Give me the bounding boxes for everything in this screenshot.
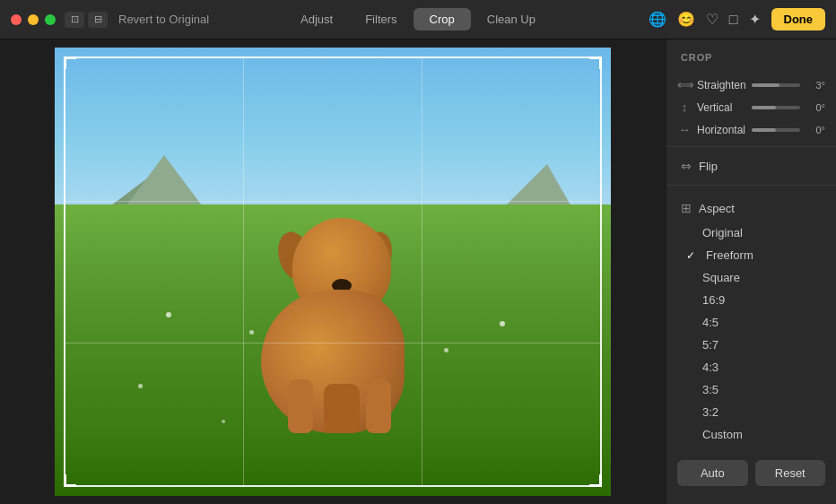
vertical-slider[interactable] bbox=[752, 106, 801, 109]
traffic-lights bbox=[11, 14, 56, 25]
aspect-35-label: 3:5 bbox=[702, 383, 718, 396]
panel-title: CROP bbox=[666, 52, 836, 74]
straighten-row: ⟺ Straighten 3° bbox=[666, 74, 836, 96]
horizontal-value: 0° bbox=[806, 125, 825, 135]
straighten-icon: ⟺ bbox=[677, 78, 692, 91]
aspect-icon: ⊞ bbox=[681, 201, 692, 215]
toolbar-right: 🌐 😊 ♡ □ ✦ Done bbox=[649, 8, 825, 30]
close-button[interactable] bbox=[11, 14, 22, 25]
right-panel: CROP ⟺ Straighten 3° ↕ Vertical 0° ↔ Hor… bbox=[666, 39, 836, 504]
tab-cleanup[interactable]: Clean Up bbox=[471, 8, 552, 30]
aspect-43-label: 4:3 bbox=[702, 361, 718, 374]
vertical-value: 0° bbox=[806, 102, 825, 113]
horizontal-slider[interactable] bbox=[752, 128, 801, 132]
minimize-button[interactable] bbox=[28, 14, 39, 25]
emoji-icon[interactable]: 😊 bbox=[677, 11, 695, 28]
main-content: CROP ⟺ Straighten 3° ↕ Vertical 0° ↔ Hor… bbox=[0, 39, 836, 504]
aspect-item-45[interactable]: 4:5 bbox=[666, 311, 836, 334]
aspect-item-original[interactable]: Original bbox=[666, 222, 836, 244]
dog-body bbox=[261, 290, 405, 433]
aspect-169-label: 16:9 bbox=[702, 293, 725, 307]
aspect-custom-label: Custom bbox=[702, 428, 743, 441]
aspect-item-43[interactable]: 4:3 bbox=[666, 356, 836, 378]
heart-icon[interactable]: ♡ bbox=[706, 11, 718, 28]
straighten-fill bbox=[752, 83, 779, 87]
straighten-label: Straighten bbox=[697, 79, 746, 91]
straighten-value: 3° bbox=[806, 80, 825, 91]
aspect-item-freeform[interactable]: Freeform bbox=[666, 244, 836, 266]
aspect-45-label: 4:5 bbox=[702, 316, 718, 329]
aspect-item-57[interactable]: 5:7 bbox=[666, 334, 836, 356]
share-icon[interactable]: □ bbox=[729, 12, 738, 28]
tab-filters[interactable]: Filters bbox=[349, 8, 413, 30]
vertical-fill bbox=[752, 106, 776, 109]
image-area bbox=[0, 39, 666, 504]
globe-icon[interactable]: 🌐 bbox=[649, 11, 666, 28]
more-icon[interactable]: ✦ bbox=[749, 11, 761, 28]
dog-leg4 bbox=[366, 379, 391, 433]
aspect-item-custom[interactable]: Custom bbox=[666, 423, 836, 446]
aspect-section: ⊞ Aspect Original Freeform Square 16:9 4… bbox=[666, 191, 836, 446]
titlebar: ⊡ ⊟ Revert to Original Adjust Filters Cr… bbox=[0, 0, 836, 39]
dog-leg3 bbox=[335, 384, 360, 433]
straighten-slider[interactable] bbox=[752, 83, 800, 87]
photo bbox=[55, 48, 611, 496]
window-controls: ⊡ ⊟ bbox=[65, 12, 108, 28]
done-button[interactable]: Done bbox=[771, 8, 826, 30]
maximize-button[interactable] bbox=[45, 14, 56, 25]
nav-tabs: Adjust Filters Crop Clean Up bbox=[284, 8, 552, 30]
horizontal-fill bbox=[752, 128, 776, 132]
view-toggle-1[interactable]: ⊡ bbox=[65, 12, 84, 28]
dog-leg1 bbox=[288, 379, 313, 433]
aspect-square-label: Square bbox=[702, 271, 740, 284]
vertical-icon: ↕ bbox=[677, 100, 692, 114]
horizontal-icon: ↔ bbox=[677, 123, 692, 136]
divider-2 bbox=[666, 185, 836, 186]
reset-button[interactable]: Reset bbox=[755, 460, 826, 486]
horizontal-row: ↔ Horizontal 0° bbox=[666, 118, 836, 141]
aspect-item-169[interactable]: 16:9 bbox=[666, 289, 836, 311]
flip-label: Flip bbox=[699, 160, 718, 173]
aspect-32-label: 3:2 bbox=[702, 405, 718, 419]
vertical-label: Vertical bbox=[697, 101, 746, 114]
aspect-item-32[interactable]: 3:2 bbox=[666, 401, 836, 423]
aspect-label: Aspect bbox=[699, 202, 735, 215]
flip-button[interactable]: ⇔ Flip bbox=[666, 152, 836, 179]
aspect-freeform-label: Freeform bbox=[706, 248, 753, 262]
aspect-item-35[interactable]: 3:5 bbox=[666, 378, 836, 401]
tab-crop[interactable]: Crop bbox=[414, 8, 471, 30]
auto-button[interactable]: Auto bbox=[677, 460, 748, 486]
aspect-header: ⊞ Aspect bbox=[666, 195, 836, 222]
revert-button[interactable]: Revert to Original bbox=[118, 13, 209, 26]
divider-1 bbox=[666, 146, 836, 147]
aspect-item-square[interactable]: Square bbox=[666, 266, 836, 289]
horizontal-label: Horizontal bbox=[697, 124, 746, 136]
flip-icon: ⇔ bbox=[681, 159, 692, 173]
dog bbox=[243, 200, 422, 451]
view-toggle-2[interactable]: ⊟ bbox=[88, 12, 108, 28]
aspect-original-label: Original bbox=[702, 226, 743, 239]
aspect-57-label: 5:7 bbox=[702, 338, 718, 352]
panel-bottom: Auto Reset bbox=[666, 451, 836, 495]
photo-container[interactable] bbox=[55, 48, 611, 496]
tab-adjust[interactable]: Adjust bbox=[284, 8, 349, 30]
vertical-row: ↕ Vertical 0° bbox=[666, 96, 836, 118]
